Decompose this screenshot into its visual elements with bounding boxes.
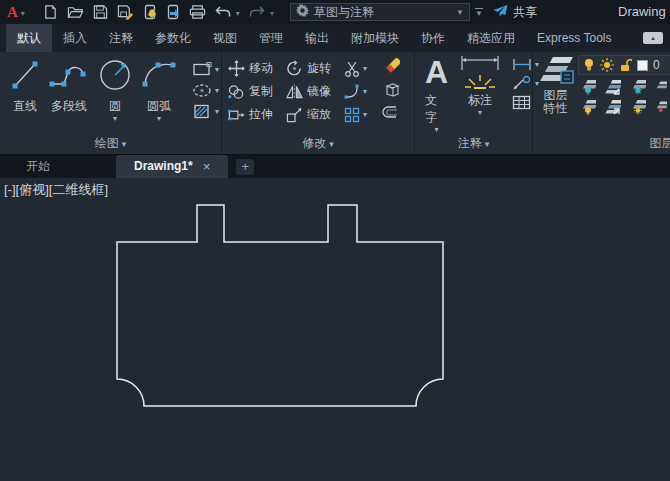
ribbon-tab-annotate[interactable]: 注释 bbox=[98, 24, 144, 52]
new-tab-button[interactable]: + bbox=[236, 159, 254, 175]
ribbon-tab-featured-apps[interactable]: 精选应用 bbox=[456, 24, 526, 52]
redo-icon[interactable] bbox=[249, 5, 265, 19]
layer-color-swatch[interactable] bbox=[637, 60, 648, 71]
open-from-mobile-icon[interactable] bbox=[166, 4, 180, 20]
trim-dropdown-icon[interactable]: ▾ bbox=[363, 65, 367, 72]
share-button[interactable]: 共享 bbox=[493, 4, 537, 21]
rotate-label: 旋转 bbox=[307, 60, 331, 77]
model-space[interactable] bbox=[0, 178, 670, 481]
ribbon-tab-express-tools[interactable]: Express Tools bbox=[526, 24, 622, 52]
file-tab-start[interactable]: 开始 bbox=[8, 155, 68, 178]
text-dropdown-icon[interactable]: ▾ bbox=[435, 126, 439, 133]
viewport-controls[interactable]: [-][俯视][二维线框] bbox=[4, 181, 108, 199]
rectangle-tool[interactable]: ▾ bbox=[192, 62, 219, 77]
circle-tool[interactable]: 圆 ▾ bbox=[98, 58, 132, 122]
redo-dropdown-icon[interactable]: ▾ bbox=[270, 7, 274, 18]
drawing-canvas[interactable]: [-][俯视][二维线框] bbox=[0, 178, 670, 481]
explode-tool[interactable] bbox=[382, 82, 410, 101]
hatch-dropdown-icon[interactable]: ▾ bbox=[215, 108, 219, 115]
stretch-icon bbox=[228, 107, 245, 123]
layer-isolate-tool-icon[interactable] bbox=[603, 79, 621, 95]
trim-tool[interactable]: ▾ bbox=[344, 61, 382, 77]
copy-label: 复制 bbox=[249, 83, 273, 100]
layer-off-tool-icon[interactable] bbox=[578, 79, 596, 95]
file-tab-bar: 开始 Drawing1* × + bbox=[0, 155, 670, 178]
close-tab-icon[interactable]: × bbox=[203, 155, 211, 178]
layer-lock2-tool-icon[interactable] bbox=[653, 99, 667, 115]
move-tool[interactable]: 移动 bbox=[228, 60, 286, 77]
fillet-dropdown-icon[interactable]: ▾ bbox=[363, 88, 367, 95]
line-tool[interactable]: 直线 bbox=[10, 58, 40, 122]
move-icon bbox=[228, 60, 245, 77]
ribbon-tab-output[interactable]: 输出 bbox=[294, 24, 340, 52]
fillet-tool[interactable]: ▾ bbox=[344, 84, 382, 100]
print-icon[interactable] bbox=[189, 4, 206, 20]
offset-tool[interactable] bbox=[382, 105, 410, 124]
ellipse-dropdown-icon[interactable]: ▾ bbox=[215, 87, 219, 94]
panel-label-draw[interactable]: 绘图 bbox=[0, 135, 221, 152]
battery-outline-shape[interactable] bbox=[117, 205, 443, 406]
save-icon[interactable] bbox=[93, 4, 108, 20]
mirror-tool[interactable]: 镜像 bbox=[286, 83, 344, 100]
stretch-tool[interactable]: 拉伸 bbox=[228, 106, 286, 123]
paper-plane-icon bbox=[493, 4, 508, 21]
save-to-mobile-icon[interactable] bbox=[143, 4, 157, 20]
ribbon-tab-addins[interactable]: 附加模块 bbox=[340, 24, 410, 52]
gear-icon bbox=[296, 4, 309, 20]
undo-dropdown-icon[interactable]: ▾ bbox=[236, 7, 240, 18]
ribbon-tab-collaborate[interactable]: 协作 bbox=[410, 24, 456, 52]
panel-label-layers[interactable]: 图层 bbox=[533, 135, 670, 152]
file-tab-drawing1-name: Drawing1* bbox=[134, 155, 193, 178]
stretch-label: 拉伸 bbox=[249, 106, 273, 123]
file-tab-drawing1[interactable]: Drawing1* × bbox=[116, 155, 228, 178]
erase-tool[interactable] bbox=[382, 58, 410, 79]
ellipse-tool[interactable]: ▾ bbox=[192, 83, 219, 98]
qat-customize-icon[interactable]: ▼ bbox=[475, 8, 483, 16]
autocad-logo[interactable]: A bbox=[7, 4, 18, 21]
workspace-selector[interactable]: 草图与注释 ▼ bbox=[290, 3, 470, 21]
ribbon-collapse-button[interactable] bbox=[643, 32, 663, 44]
ribbon-tab-manage[interactable]: 管理 bbox=[248, 24, 294, 52]
polyline-tool[interactable]: 多段线 bbox=[48, 58, 90, 122]
layer-dropdown[interactable]: 0 bbox=[578, 55, 670, 75]
layer-lock-tool-icon[interactable] bbox=[653, 79, 667, 95]
copy-tool[interactable]: 复制 bbox=[228, 83, 286, 100]
ribbon-tab-default[interactable]: 默认 bbox=[6, 24, 52, 52]
dimension-tool[interactable]: 标注 ▾ bbox=[458, 54, 502, 133]
text-label: 文字 bbox=[425, 92, 448, 126]
layer-freeze-tool-icon[interactable] bbox=[628, 79, 646, 95]
copy-icon bbox=[228, 84, 245, 100]
new-file-icon[interactable] bbox=[43, 4, 58, 20]
window-title: Drawing bbox=[618, 4, 666, 19]
undo-icon[interactable] bbox=[215, 5, 231, 19]
layer-thaw-sun-icon[interactable] bbox=[600, 58, 614, 72]
array-dropdown-icon[interactable]: ▾ bbox=[363, 111, 367, 118]
layer-thaw-tool-icon[interactable] bbox=[628, 99, 646, 115]
ribbon-tab-insert[interactable]: 插入 bbox=[52, 24, 98, 52]
panel-label-modify[interactable]: 修改 bbox=[222, 135, 414, 152]
logo-dropdown-icon[interactable]: ▾ bbox=[21, 9, 25, 18]
open-folder-icon[interactable] bbox=[67, 4, 84, 20]
layer-unlock-icon[interactable] bbox=[619, 58, 632, 72]
ribbon-tab-parametric[interactable]: 参数化 bbox=[144, 24, 202, 52]
layer-on-tool-icon[interactable] bbox=[578, 99, 596, 115]
save-as-icon[interactable] bbox=[117, 4, 134, 20]
layer-on-bulb-icon[interactable] bbox=[583, 58, 595, 72]
dimension-dropdown-icon[interactable]: ▾ bbox=[478, 109, 482, 116]
layer-unisolate-tool-icon[interactable] bbox=[603, 99, 621, 115]
ribbon-tab-view[interactable]: 视图 bbox=[202, 24, 248, 52]
hatch-tool[interactable]: ▾ bbox=[192, 104, 219, 119]
array-tool[interactable]: ▾ bbox=[344, 107, 382, 123]
circle-dropdown-icon[interactable]: ▾ bbox=[113, 115, 117, 122]
ellipse-icon bbox=[192, 83, 212, 98]
arc-tool[interactable]: 圆弧 ▾ bbox=[140, 58, 178, 122]
text-tool[interactable]: A 文字 ▾ bbox=[425, 54, 448, 133]
linear-dimension-icon bbox=[512, 58, 532, 71]
arc-dropdown-icon[interactable]: ▾ bbox=[157, 115, 161, 122]
rotate-tool[interactable]: 旋转 bbox=[286, 60, 344, 77]
scale-tool[interactable]: 缩放 bbox=[286, 106, 344, 123]
ribbon: 直线 多段线 圆 ▾ bbox=[0, 52, 670, 155]
layer-properties-button[interactable]: 图层 特性 bbox=[537, 55, 574, 115]
rectangle-dropdown-icon[interactable]: ▾ bbox=[215, 66, 219, 73]
panel-label-annotate[interactable]: 注释 bbox=[415, 135, 532, 152]
